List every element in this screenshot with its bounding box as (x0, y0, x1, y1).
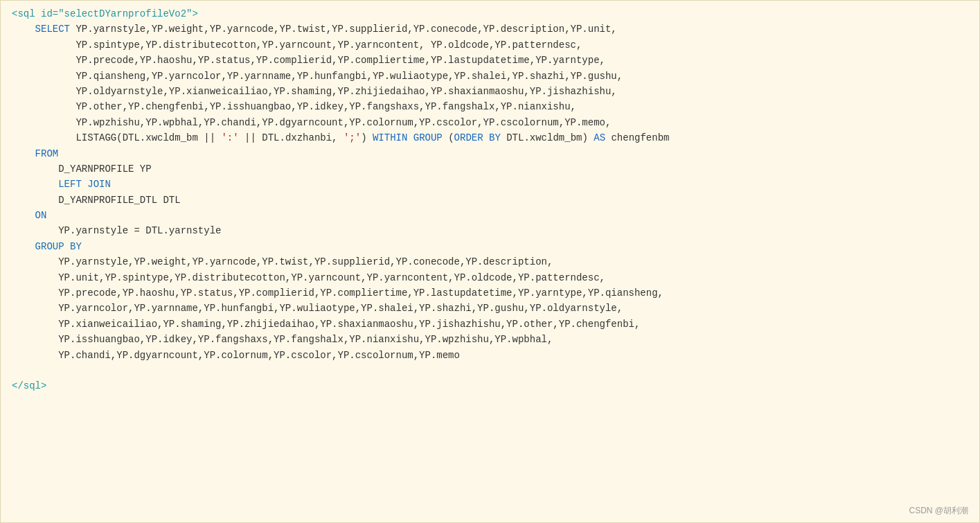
group-by-keyword: GROUP BY (35, 241, 82, 252)
listagg-line: LISTAGG(DTL.xwcldm_bm || ':' || DTL.dxzh… (1, 130, 979, 145)
group-by-fields-1: YP.yarnstyle,YP.weight,YP.yarncode,YP.tw… (1, 254, 979, 269)
footer-label: CSDN @胡利潮 (909, 505, 968, 517)
select-fields-line5: YP.oldyarnstyle,YP.xianweicailiao,YP.sha… (1, 84, 979, 99)
select-fields-line2: YP.spintype,YP.distributecotton,YP.yarnc… (1, 37, 979, 53)
group-by-fields-2: YP.unit,YP.spintype,YP.distributecotton,… (1, 270, 979, 285)
group-by-line: GROUP BY (1, 239, 979, 254)
from-line: FROM (1, 146, 979, 161)
on-keyword: ON (35, 210, 47, 221)
on-line: ON (1, 208, 979, 223)
tag-close: </sql> (12, 380, 46, 391)
tag-open-line: <sql id="selectDYarnprofileVo2"> (1, 6, 979, 21)
select-line: SELECT YP.yarnstyle,YP.weight,YP.yarncod… (1, 21, 979, 37)
code-container: <sql id="selectDYarnprofileVo2"> SELECT … (0, 0, 980, 523)
empty-line (1, 363, 979, 378)
tag-open: <sql id="selectDYarnprofileVo2"> (12, 8, 198, 19)
select-keyword: SELECT (35, 24, 70, 35)
group-by-fields-6: YP.isshuangbao,YP.idkey,YP.fangshaxs,YP.… (1, 332, 979, 347)
table1-line: D_YARNPROFILE YP (1, 161, 979, 177)
select-fields-line6: YP.other,YP.chengfenbi,YP.isshuangbao,YP… (1, 99, 979, 114)
left-join-line: LEFT JOIN (1, 177, 979, 192)
on-condition-line: YP.yarnstyle = DTL.yarnstyle (1, 223, 979, 238)
select-fields-line3: YP.precode,YP.haoshu,YP.status,YP.compli… (1, 53, 979, 68)
select-fields-line7: YP.wpzhishu,YP.wpbhal,YP.chandi,YP.dgyar… (1, 115, 979, 130)
group-by-fields-7: YP.chandi,YP.dgyarncount,YP.colornum,YP.… (1, 348, 979, 363)
left-join-keyword: LEFT JOIN (58, 179, 111, 190)
from-keyword: FROM (35, 148, 59, 159)
tag-close-line: </sql> (1, 378, 979, 393)
group-by-fields-5: YP.xianweicailiao,YP.shaming,YP.zhijieda… (1, 317, 979, 332)
group-by-fields-3: YP.precode,YP.haoshu,YP.status,YP.compli… (1, 285, 979, 301)
group-by-fields-4: YP.yarncolor,YP.yarnname,YP.hunfangbi,YP… (1, 301, 979, 316)
select-fields-line4: YP.qiansheng,YP.yarncolor,YP.yarnname,YP… (1, 69, 979, 84)
select-fields-1: YP.yarnstyle,YP.weight,YP.yarncode,YP.tw… (75, 24, 616, 35)
table2-line: D_YARNPROFILE_DTL DTL (1, 193, 979, 208)
